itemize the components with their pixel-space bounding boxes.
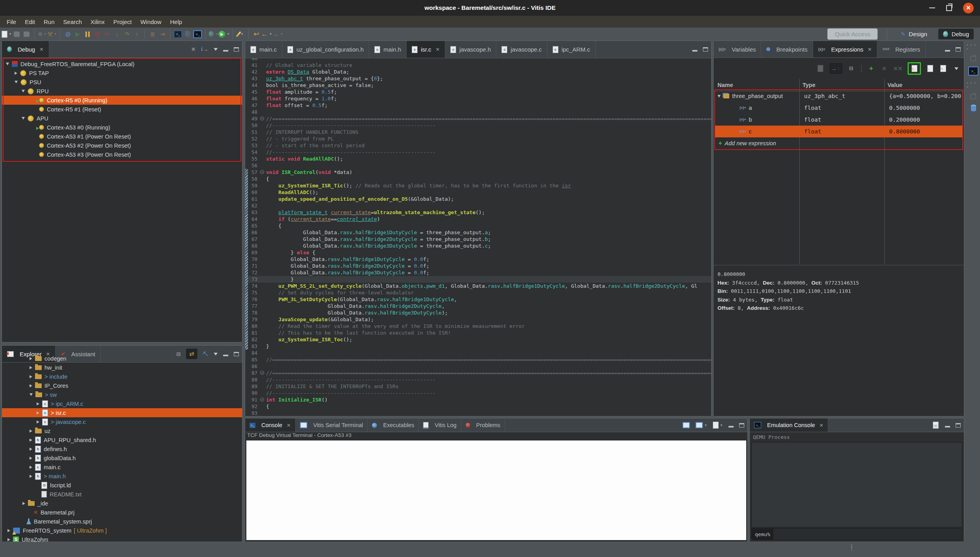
skip-all-breakpoints-icon[interactable]: ⊘	[63, 29, 73, 39]
remove-all-expressions-icon[interactable]: ✕✕	[893, 64, 902, 73]
tree-item-Cortex-A53-1-Power-On-Reset[interactable]: Cortex-A53 #1 (Power On Reset)	[2, 132, 242, 141]
fold-marker-icon[interactable]	[260, 396, 266, 403]
memory-view-icon[interactable]	[971, 105, 976, 111]
editor-tab-javascope-h[interactable]: cjavascope.h	[445, 41, 496, 58]
collapsed-arrow-icon[interactable]	[7, 529, 10, 532]
collapsed-arrow-icon[interactable]	[15, 72, 17, 75]
expressions-maximize-icon[interactable]	[956, 47, 961, 52]
edit-tool-icon[interactable]: ▼	[236, 29, 246, 39]
new-icon[interactable]: ▼	[2, 29, 12, 39]
debug-view-menu-icon[interactable]	[214, 48, 218, 53]
editor-tab-uz-global-configuration-h[interactable]: cuz_global_configuration.h	[282, 41, 369, 58]
console-tab-executables[interactable]: Executables	[368, 418, 419, 432]
fold-marker-icon[interactable]	[260, 370, 266, 376]
expanded-arrow-icon[interactable]	[717, 95, 721, 98]
line-number[interactable]: 93	[245, 410, 260, 416]
collapsed-arrow-icon[interactable]	[30, 384, 32, 387]
run-launch-icon[interactable]: ▶▼	[218, 29, 230, 39]
tree-item-README-txt[interactable]: README.txt	[2, 490, 242, 499]
expression-row-three_phase_output[interactable]: three_phase_outputuz_3ph_abc_t{a=0.50000…	[715, 90, 962, 102]
expanded-arrow-icon[interactable]	[6, 63, 9, 65]
fold-marker-icon[interactable]	[260, 115, 266, 122]
tree-item-UltraZohm[interactable]: SUltraZohm	[2, 535, 242, 542]
step-over-icon[interactable]: ↷	[122, 29, 132, 39]
close-window-button[interactable]: ✕	[963, 3, 974, 13]
emulation-console-toolbar-icon[interactable]: >_	[193, 29, 203, 39]
statusbar-drag-handle[interactable]: ⁞⁞	[851, 544, 852, 550]
console-output[interactable]	[246, 440, 746, 540]
tree-item-hw-init[interactable]: hw_init	[2, 363, 242, 372]
line-number[interactable]: 45	[245, 89, 260, 95]
expressions-view-menu-icon[interactable]	[954, 67, 958, 72]
line-number[interactable]: 85	[245, 356, 260, 363]
editor-minimize-icon[interactable]	[692, 50, 697, 52]
remove-all-terminated-icon[interactable]: ✕	[191, 46, 196, 52]
right-tab-variables[interactable]: (x)=Variables	[714, 41, 761, 57]
emulation-minimize-icon[interactable]	[945, 426, 950, 427]
menu-edit[interactable]: Edit	[20, 19, 39, 25]
tree-item-PSU[interactable]: PSU	[2, 78, 242, 87]
back-icon[interactable]: ←▼	[261, 29, 272, 39]
line-number[interactable]: 49	[245, 115, 260, 122]
collapsed-arrow-icon[interactable]	[37, 420, 39, 424]
expression-row-b[interactable]: (×)=bfloat0.2000000	[715, 114, 962, 126]
right-tab-expressions[interactable]: (x)=Expressions✕	[813, 41, 877, 57]
display-selected-console-icon[interactable]: ✓	[682, 421, 690, 429]
line-number[interactable]: 54	[245, 149, 260, 155]
line-number[interactable]: 86	[245, 363, 260, 370]
console-minimize-icon[interactable]	[729, 426, 734, 427]
expanded-arrow-icon[interactable]	[30, 393, 33, 396]
save-all-icon[interactable]	[22, 29, 31, 39]
tree-item-Baremetal-prj[interactable]: ✕Baremetal.prj	[2, 508, 242, 517]
expanded-arrow-icon[interactable]	[15, 81, 18, 83]
tree-item-codegen[interactable]: codegen	[2, 354, 242, 363]
tree-item-RPU[interactable]: RPU	[2, 87, 242, 96]
close-tab-icon[interactable]: ✕	[39, 46, 43, 52]
minimize-window-button[interactable]	[929, 7, 935, 8]
last-edit-location-icon[interactable]: ↩	[251, 29, 261, 39]
expressions-minimize-icon[interactable]	[945, 50, 950, 52]
show-type-names-icon[interactable]	[817, 64, 825, 73]
line-number[interactable]: 53	[245, 142, 260, 149]
menu-search[interactable]: Search	[59, 19, 87, 25]
restore-view-icon[interactable]	[971, 56, 976, 61]
menu-window[interactable]: Window	[136, 19, 166, 25]
step-into-icon[interactable]: ↓	[112, 29, 122, 39]
edit-watch-icon[interactable]: ✎	[939, 64, 947, 73]
tree-item-defines-h[interactable]: hdefines.h	[2, 444, 242, 453]
expression-row-a[interactable]: (×)=afloat0.5000000	[715, 102, 962, 114]
menu-xilinx[interactable]: Xilinx	[86, 19, 109, 25]
collapsed-arrow-icon[interactable]	[30, 366, 32, 369]
collapsed-arrow-icon[interactable]	[30, 466, 32, 469]
tree-item-Cortex-A53-3-Power-On-Reset[interactable]: Cortex-A53 #3 (Power On Reset)	[2, 150, 242, 159]
collapsed-arrow-icon[interactable]	[30, 457, 32, 460]
tree-item-Cortex-A53-0-Running[interactable]: Cortex-A53 #0 (Running)	[2, 123, 242, 132]
editor-tab-main-c[interactable]: cmain.c	[245, 41, 282, 58]
tree-item-APU[interactable]: APU	[2, 114, 242, 123]
tree-item-include[interactable]: > include	[2, 372, 242, 381]
console-tab-vitis-serial-terminal[interactable]: Vitis Serial Terminal	[296, 418, 368, 432]
collapse-all-expressions-icon[interactable]: ⊟	[847, 64, 855, 73]
console-tab-vitis-log[interactable]: Vitis Log	[419, 418, 461, 432]
tree-item-lscript-ld[interactable]: ⚙lscript.ld	[2, 481, 242, 490]
expression-row-c[interactable]: (×)=cfloat0.8000000	[715, 126, 962, 137]
line-number[interactable]: 42	[245, 68, 260, 75]
save-icon[interactable]	[12, 29, 22, 39]
tree-item-ide[interactable]: _ide	[2, 499, 242, 508]
disconnect-icon[interactable]: ✃	[102, 29, 112, 39]
console-tab-problems[interactable]: Problems	[461, 418, 505, 432]
right-tab-breakpoints[interactable]: Breakpoints	[761, 41, 813, 57]
design-perspective-button[interactable]: ✎Design	[896, 29, 932, 39]
line-number[interactable]: 84	[245, 350, 260, 356]
line-number[interactable]: 55	[245, 155, 260, 162]
editor-tab-main-h[interactable]: cmain.h	[369, 41, 407, 58]
build-icon[interactable]: ⚙▼	[37, 29, 47, 39]
line-number[interactable]: 90	[245, 390, 260, 396]
editor-maximize-icon[interactable]	[703, 47, 708, 52]
trace-icon[interactable]: ⇥	[157, 29, 167, 39]
tree-item-main-h[interactable]: h> main.h	[2, 472, 242, 481]
tree-item-Cortex-R5-0-Running[interactable]: Cortex-R5 #0 (Running)	[2, 96, 242, 105]
line-number[interactable]: 40	[245, 58, 260, 62]
terminate-icon[interactable]	[92, 29, 102, 39]
minimized-terminal-icon[interactable]: >_	[968, 67, 978, 76]
